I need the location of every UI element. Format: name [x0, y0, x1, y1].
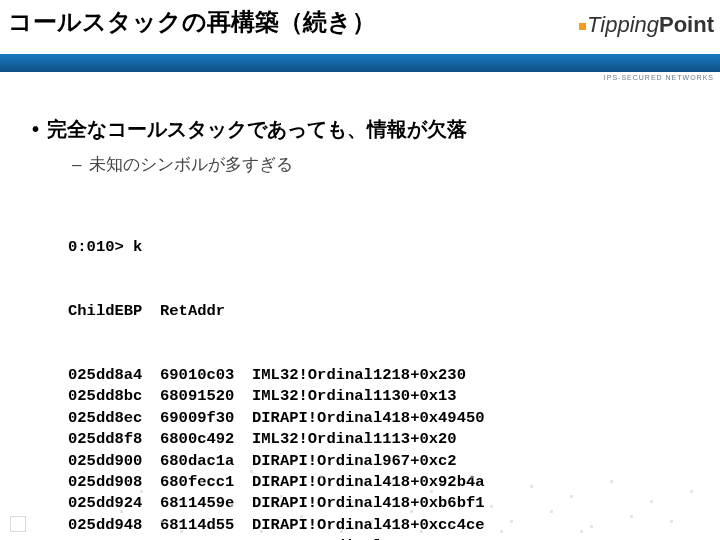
cell-symbol: DIRAPI!Ordinal967+0xc2: [252, 451, 457, 472]
cell-childebp: 025dd924: [68, 493, 160, 514]
cell-childebp: 025dd8a4: [68, 365, 160, 386]
bullet-level-1: •完全なコールスタックであっても、情報が欠落: [32, 116, 700, 143]
code-row: 025dd908680fecc1DIRAPI!Ordinal418+0x92b4…: [68, 472, 700, 493]
code-prompt-text: 0:010> k: [68, 237, 142, 258]
code-row: 025dd94868114d55DIRAPI!Ordinal418+0xcc4c…: [68, 515, 700, 536]
cell-symbol: IML32!Ordinal1218+0x230: [252, 365, 466, 386]
corner-glyph: [10, 516, 26, 532]
code-header: ChildEBPRetAddr: [68, 301, 700, 322]
code-row: 025dd8a469010c03IML32!Ordinal1218+0x230: [68, 365, 700, 386]
cell-retaddr: 680dac1a: [160, 451, 252, 472]
cell-childebp: 025dd8f8: [68, 429, 160, 450]
cell-childebp: 025dd908: [68, 472, 160, 493]
code-row: 025dd8ec69009f30DIRAPI!Ordinal418+0x4945…: [68, 408, 700, 429]
header: コールスタックの再構築（続き） TippingPoint: [0, 0, 720, 54]
content: •完全なコールスタックであっても、情報が欠落 –未知のシンボルが多すぎる 0:0…: [32, 116, 700, 540]
bullet-level-2-text: 未知のシンボルが多すぎる: [89, 155, 293, 174]
col-childebp: ChildEBP: [68, 301, 160, 322]
code-row: 025dd8f86800c492IML32!Ordinal1113+0x20: [68, 429, 700, 450]
cell-retaddr: 6811459e: [160, 493, 252, 514]
cell-symbol: DIRAPI!Ordinal418+0x49450: [252, 408, 485, 429]
brand-tagline: IPS-SECURED NETWORKS: [604, 74, 714, 81]
code-prompt: 0:010> k: [68, 237, 700, 258]
cell-retaddr: 680fecc1: [160, 472, 252, 493]
header-stripe: [0, 54, 720, 72]
cell-symbol: DIRAPI!Ordinal418+0xb6bf1: [252, 493, 485, 514]
slide-title: コールスタックの再構築（続き）: [8, 6, 376, 38]
col-retaddr: RetAddr: [160, 301, 252, 322]
code-row: 0000000000000000DIRAPI!Ordinal418+0xccc8…: [68, 536, 700, 540]
cell-symbol: DIRAPI!Ordinal418+0xcc4ce: [252, 515, 485, 536]
cell-symbol: IML32!Ordinal1113+0x20: [252, 429, 457, 450]
cell-retaddr: 69010c03: [160, 365, 252, 386]
cell-retaddr: 00000000: [160, 536, 252, 540]
cell-retaddr: 68114d55: [160, 515, 252, 536]
bullet-level-2: –未知のシンボルが多すぎる: [72, 153, 700, 176]
cell-retaddr: 69009f30: [160, 408, 252, 429]
cell-symbol: IML32!Ordinal1130+0x13: [252, 386, 457, 407]
brand-logo: TippingPoint: [579, 12, 714, 38]
bullet-dash-icon: –: [72, 155, 81, 174]
code-row: 025dd8bc68091520IML32!Ordinal1130+0x13: [68, 386, 700, 407]
code-row: 025dd9246811459eDIRAPI!Ordinal418+0xb6bf…: [68, 493, 700, 514]
cell-childebp: 025dd8bc: [68, 386, 160, 407]
code-block: 0:010> k ChildEBPRetAddr 025dd8a469010c0…: [68, 194, 700, 540]
cell-symbol: DIRAPI!Ordinal418+0x92b4a: [252, 472, 485, 493]
cell-childebp: 00000000: [68, 536, 160, 540]
cell-symbol: DIRAPI!Ordinal418+0xccc85: [252, 536, 485, 540]
cell-retaddr: 6800c492: [160, 429, 252, 450]
slide: コールスタックの再構築（続き） TippingPoint IPS-SECURED…: [0, 0, 720, 540]
bullet-dot-icon: •: [32, 118, 39, 140]
cell-childebp: 025dd8ec: [68, 408, 160, 429]
code-row: 025dd900680dac1aDIRAPI!Ordinal967+0xc2: [68, 451, 700, 472]
cell-childebp: 025dd948: [68, 515, 160, 536]
brand-dot-icon: [579, 23, 586, 30]
brand-prefix: Tipping: [587, 12, 659, 37]
cell-childebp: 025dd900: [68, 451, 160, 472]
bullet-level-1-text: 完全なコールスタックであっても、情報が欠落: [47, 118, 467, 140]
cell-retaddr: 68091520: [160, 386, 252, 407]
brand-suffix: Point: [659, 12, 714, 37]
